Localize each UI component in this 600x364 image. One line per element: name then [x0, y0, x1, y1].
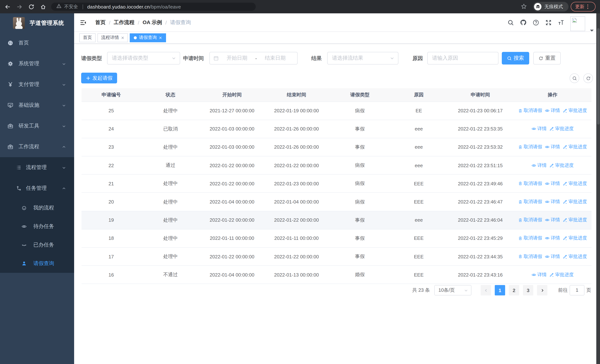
- detail-link[interactable]: 详情: [531, 126, 547, 132]
- sidebar-item-devtools[interactable]: 研发工具: [0, 116, 74, 136]
- sidebar-toggle-icon[interactable]: [80, 19, 86, 28]
- start-date-input[interactable]: 开始日期: [219, 55, 255, 62]
- home-button[interactable]: [37, 1, 49, 13]
- progress-link[interactable]: 审批进度: [562, 217, 587, 223]
- cancel-leave-link[interactable]: 取消请假: [518, 199, 542, 205]
- forward-button[interactable]: [13, 1, 25, 13]
- reset-button[interactable]: 重置: [533, 52, 561, 65]
- detail-link[interactable]: 详情: [545, 107, 560, 114]
- sidebar-item-my-process[interactable]: 我的流程: [0, 199, 74, 217]
- sidebar-item-task-mgmt[interactable]: 任务管理: [0, 178, 74, 199]
- detail-link[interactable]: 详情: [545, 235, 560, 242]
- sidebar-item-home[interactable]: 首页: [0, 33, 74, 53]
- table-row: 24已取消2022-01-03 00:00:002022-01-26 00:00…: [82, 120, 591, 138]
- tab-home[interactable]: 首页: [79, 33, 96, 42]
- cancel-leave-link[interactable]: 取消请假: [518, 253, 542, 260]
- detail-link[interactable]: 详情: [545, 180, 560, 187]
- sidebar-item-workflow[interactable]: 工作流程: [0, 136, 74, 157]
- prev-page-button[interactable]: [481, 285, 491, 295]
- goto-page-input[interactable]: 1: [570, 285, 584, 295]
- cell-id: 18: [82, 229, 141, 247]
- address-bar[interactable]: 不安全 dashboard.yudao.iocoder.cn/bpm/oa/le…: [51, 3, 256, 11]
- cell-ops: 取消请假详情审批进度: [514, 138, 591, 156]
- search-button[interactable]: 搜索: [502, 52, 529, 65]
- table-search-button[interactable]: [570, 73, 579, 83]
- avatar[interactable]: [570, 16, 585, 31]
- cancel-leave-link[interactable]: 取消请假: [518, 180, 542, 187]
- reload-button[interactable]: [25, 1, 37, 13]
- breadcrumb-workflow[interactable]: 工作流程: [114, 19, 134, 26]
- table-row: 16不通过2022-01-04 00:00:002022-01-13 00:00…: [82, 266, 591, 284]
- progress-link[interactable]: 审批进度: [562, 235, 587, 242]
- page-3-button[interactable]: 3: [523, 285, 533, 295]
- page-1-button[interactable]: 1: [495, 285, 505, 295]
- sidebar-item-payment[interactable]: 支付管理: [0, 74, 74, 95]
- progress-link[interactable]: 审批进度: [562, 253, 587, 260]
- leave-type-label: 请假类型: [81, 52, 102, 65]
- page-2-button[interactable]: 2: [509, 285, 519, 295]
- bookmark-star-icon[interactable]: [521, 3, 527, 11]
- progress-link[interactable]: 审批进度: [562, 180, 587, 187]
- font-size-icon[interactable]: [558, 19, 564, 26]
- table-row: 22通过2022-01-22 00:00:002022-01-22 00:00:…: [82, 156, 591, 174]
- table-row: 25处理中2021-12-27 00:00:002022-01-19 00:00…: [82, 102, 591, 120]
- help-icon[interactable]: [533, 19, 539, 26]
- sidebar-item-todo-tasks[interactable]: 待办任务: [0, 217, 74, 236]
- tab-leave-query[interactable]: 请假查询: [130, 33, 166, 42]
- detail-link[interactable]: 详情: [545, 217, 560, 223]
- progress-link[interactable]: 审批进度: [562, 199, 587, 205]
- progress-link[interactable]: 审批进度: [562, 107, 587, 114]
- close-icon[interactable]: [159, 36, 162, 39]
- detail-link[interactable]: 详情: [545, 144, 560, 150]
- chevron-up-icon: [62, 145, 66, 149]
- search-icon[interactable]: [507, 19, 514, 26]
- close-icon[interactable]: [121, 36, 124, 39]
- breadcrumb-home[interactable]: 首页: [95, 19, 106, 26]
- caret-down-icon: [590, 30, 594, 33]
- cell-applied: 2022-01-22 23:51:15: [447, 156, 514, 174]
- scrollbar[interactable]: [596, 13, 600, 364]
- sidebar-item-done-tasks[interactable]: 已办任务: [0, 236, 74, 254]
- sidebar-item-leave-query[interactable]: 请假查询: [0, 254, 74, 273]
- sidebar-item-process-mgmt[interactable]: 流程管理: [0, 157, 74, 178]
- reason-input[interactable]: 请输入原因: [427, 52, 498, 65]
- cell-start: 2022-01-04 00:00:00: [200, 266, 264, 284]
- col-ops: 操作: [514, 88, 591, 102]
- detail-link[interactable]: 详情: [531, 272, 547, 278]
- sidebar-item-infra[interactable]: 基础设施: [0, 95, 74, 116]
- date-range-picker[interactable]: 开始日期 - 结束日期: [209, 52, 298, 65]
- progress-link[interactable]: 审批进度: [549, 272, 574, 278]
- update-button[interactable]: 更新: [571, 2, 596, 11]
- sidebar-item-label: 首页: [19, 40, 29, 46]
- end-date-input[interactable]: 结束日期: [257, 55, 293, 62]
- col-end: 结束时间: [264, 88, 329, 102]
- table-refresh-button[interactable]: [583, 73, 593, 83]
- cell-end: 2022-01-11 00:00:00: [264, 229, 329, 247]
- cancel-leave-link[interactable]: 取消请假: [518, 235, 542, 242]
- page-size-select[interactable]: 10条/页: [434, 285, 471, 295]
- detail-link[interactable]: 详情: [545, 199, 560, 205]
- detail-link[interactable]: 详情: [545, 253, 560, 260]
- progress-link[interactable]: 审批进度: [562, 144, 587, 150]
- scrollbar-thumb[interactable]: [597, 28, 600, 125]
- breadcrumb-oa[interactable]: OA 示例: [143, 19, 162, 26]
- fullscreen-icon[interactable]: [545, 19, 552, 26]
- cell-id: 16: [82, 266, 141, 284]
- result-select[interactable]: 请选择流结果: [327, 52, 398, 65]
- sidebar-item-system[interactable]: 系统管理: [0, 53, 74, 74]
- cancel-leave-link[interactable]: 取消请假: [518, 107, 542, 114]
- create-leave-button[interactable]: 发起请假: [81, 73, 117, 84]
- detail-link[interactable]: 详情: [531, 162, 547, 168]
- cell-status: 处理中: [141, 102, 200, 120]
- cancel-leave-link[interactable]: 取消请假: [518, 217, 542, 223]
- back-button[interactable]: [1, 1, 13, 13]
- reason-label: 原因: [412, 52, 423, 65]
- progress-link[interactable]: 审批进度: [549, 126, 574, 132]
- leave-type-select[interactable]: 请选择请假类型: [107, 52, 180, 65]
- main-area: 首页/ 工作流程/ OA 示例/ 请假查询 首页 流程详情 请假查询 请假类型 …: [74, 13, 600, 364]
- progress-link[interactable]: 审批进度: [549, 162, 574, 168]
- github-icon[interactable]: [520, 19, 527, 26]
- cancel-leave-link[interactable]: 取消请假: [518, 144, 542, 150]
- next-page-button[interactable]: [537, 285, 547, 295]
- tab-process-detail[interactable]: 流程详情: [97, 33, 128, 42]
